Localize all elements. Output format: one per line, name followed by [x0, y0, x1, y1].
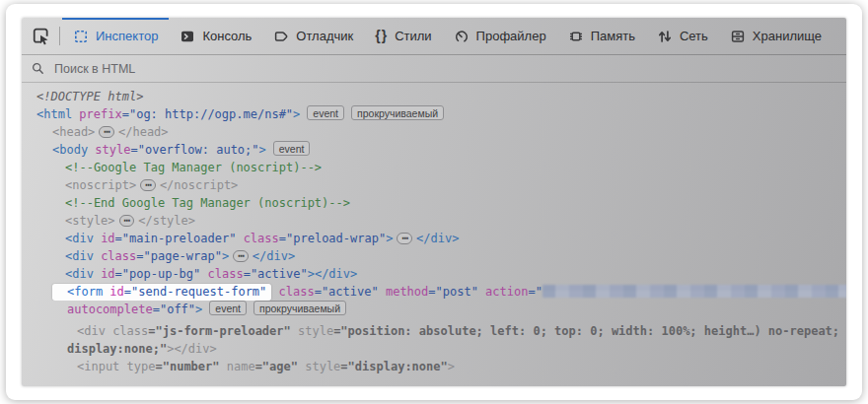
- inline-expander-button[interactable]: ⋯: [397, 233, 412, 244]
- markup-line[interactable]: <!DOCTYPE html>: [22, 88, 846, 105]
- code-token-tag: >: [448, 360, 455, 373]
- scrollable-badge[interactable]: прокручиваемый: [351, 105, 444, 120]
- markup-line[interactable]: <html prefix="og: http://ogp.me/ns#">eve…: [22, 105, 846, 123]
- code-token-tag: <div: [77, 324, 106, 338]
- tab-label: Память: [591, 29, 635, 43]
- code-token-atv: ="active": [244, 267, 308, 281]
- code-token-atv: ="off": [153, 303, 195, 316]
- code-token-atn: id: [103, 285, 124, 299]
- code-token-atv: ="main-preloader": [115, 232, 237, 245]
- console-icon: [180, 29, 195, 44]
- markup-line[interactable]: <style>⋯</style>: [22, 212, 846, 230]
- code-token-tag: <html: [36, 107, 72, 121]
- code-token-tag: </div>: [416, 232, 459, 245]
- code-token-atv: ="position: absolute; left: 0; top: 0; w…: [333, 324, 846, 338]
- tab-label: Консоль: [202, 29, 252, 43]
- inline-expander-button[interactable]: ⋯: [99, 126, 114, 138]
- markup-line[interactable]: <!--Google Tag Manager (noscript)-->: [22, 159, 846, 176]
- code-token-tag: >: [195, 303, 202, 316]
- code-token-atn: class: [200, 267, 243, 281]
- profiler-icon: [454, 29, 470, 44]
- markup-view: <!DOCTYPE html><html prefix="og: http://…: [22, 83, 846, 386]
- tab-label: Отладчик: [296, 29, 353, 43]
- code-token-atn: class: [271, 285, 314, 299]
- code-token-tag: <noscript>: [65, 178, 136, 192]
- memory-icon: [568, 29, 584, 44]
- code-token-tag: <div: [65, 249, 94, 263]
- highlight-box: <form id="send-request-form": [52, 284, 271, 301]
- tab-storage[interactable]: Хранилище: [719, 18, 832, 54]
- tab-console[interactable]: Консоль: [169, 18, 262, 54]
- devtools-toolbar: ИнспекторКонсольОтладчик{}СтилиПрофайлер…: [22, 18, 846, 55]
- markup-line[interactable]: <div class="js-form-preloader" style="po…: [22, 322, 846, 340]
- code-token-tag: ></div>: [167, 342, 217, 356]
- code-token-atn: id: [94, 232, 115, 245]
- tab-debugger[interactable]: Отладчик: [262, 18, 364, 54]
- code-token-atv: ="send-request-form": [124, 285, 267, 299]
- code-token-tag: <div: [65, 232, 94, 245]
- tab-profiler[interactable]: Профайлер: [443, 18, 557, 54]
- code-token-tag: >: [222, 249, 229, 263]
- tab-memory[interactable]: Память: [557, 18, 646, 54]
- code-token-atn: class: [94, 249, 136, 263]
- markup-line[interactable]: <!--End Google Tag Manager (noscript)-->: [22, 194, 846, 212]
- code-token-atn: type: [119, 360, 155, 373]
- element-picker-button[interactable]: [22, 18, 59, 54]
- code-token-tag: </head>: [118, 125, 169, 139]
- code-token-atv: ="overflow: auto;": [130, 143, 258, 157]
- markup-line[interactable]: display:none;"></div>: [22, 340, 846, 358]
- inline-expander-button[interactable]: ⋯: [140, 179, 156, 191]
- markup-line[interactable]: <input type="number" name="age" style="d…: [22, 358, 846, 375]
- code-token-atn: method: [379, 285, 429, 299]
- code-token-atn: autocomplete: [67, 303, 153, 316]
- markup-line[interactable]: <head>⋯</head>: [22, 123, 846, 141]
- code-token-tag: <form: [67, 285, 103, 299]
- code-token-tag: >: [259, 143, 266, 157]
- code-token-cmt: <!--Google Tag Manager (noscript)-->: [65, 161, 322, 174]
- event-badge[interactable]: event: [209, 301, 247, 315]
- event-badge[interactable]: event: [273, 141, 311, 156]
- code-token-atv: ="page-wrap": [136, 249, 222, 263]
- code-token-atv: ="post": [428, 285, 478, 299]
- inspector-icon: [73, 29, 89, 44]
- tab-label: Инспектор: [96, 29, 158, 43]
- event-badge[interactable]: event: [307, 105, 344, 120]
- code-token-atn: name: [220, 360, 255, 373]
- code-token-doc: <!DOCTYPE html>: [36, 90, 143, 103]
- code-token-tag: <input: [77, 360, 119, 373]
- code-token-tag: </style>: [138, 214, 195, 228]
- search-icon: [31, 61, 45, 76]
- tab-label: Профайлер: [476, 29, 546, 43]
- tab-network[interactable]: Сеть: [646, 18, 719, 54]
- markup-line[interactable]: <noscript>⋯</noscript>: [22, 176, 846, 194]
- code-token-atv: =": [528, 285, 542, 299]
- html-search-bar: [22, 55, 846, 83]
- search-input[interactable]: [52, 61, 837, 77]
- inline-expander-button[interactable]: ⋯: [119, 215, 135, 227]
- code-token-tag: >: [386, 232, 393, 245]
- tab-braces[interactable]: {}Стили: [364, 18, 442, 54]
- markup-line[interactable]: <div class="page-wrap">⋯</div>: [22, 247, 846, 265]
- element-picker-icon: [32, 27, 50, 45]
- screenshot-card: ИнспекторКонсольОтладчик{}СтилиПрофайлер…: [6, 4, 862, 400]
- code-token-tag: <head>: [52, 125, 95, 139]
- scrollable-badge[interactable]: прокручиваемый: [253, 301, 346, 315]
- network-icon: [657, 29, 673, 44]
- markup-line[interactable]: <form id="send-request-form" class="acti…: [22, 283, 846, 301]
- code-token-atv: ="js-form-preloader": [148, 324, 291, 338]
- redacted-attribute-value: [542, 285, 846, 298]
- tab-inspector[interactable]: Инспектор: [62, 18, 169, 54]
- markup-line[interactable]: autocomplete="off">eventпрокручиваемый: [22, 301, 846, 318]
- markup-line[interactable]: <body style="overflow: auto;">event: [22, 141, 846, 159]
- code-token-atn: class: [106, 324, 148, 338]
- inline-expander-button[interactable]: ⋯: [233, 250, 249, 262]
- tab-label: Стили: [395, 29, 431, 43]
- tab-label: Сеть: [680, 29, 708, 43]
- code-token-atv: ="number": [155, 360, 219, 373]
- markup-line[interactable]: <div id="pop-up-bg" class="active"></div…: [22, 265, 846, 283]
- devtools-panel: ИнспекторКонсольОтладчик{}СтилиПрофайлер…: [22, 18, 846, 386]
- markup-line[interactable]: <div id="main-preloader" class="preload-…: [22, 230, 846, 247]
- code-token-atn: class: [236, 232, 278, 245]
- tab-label: Хранилище: [753, 29, 822, 43]
- code-token-atn: style: [291, 324, 333, 338]
